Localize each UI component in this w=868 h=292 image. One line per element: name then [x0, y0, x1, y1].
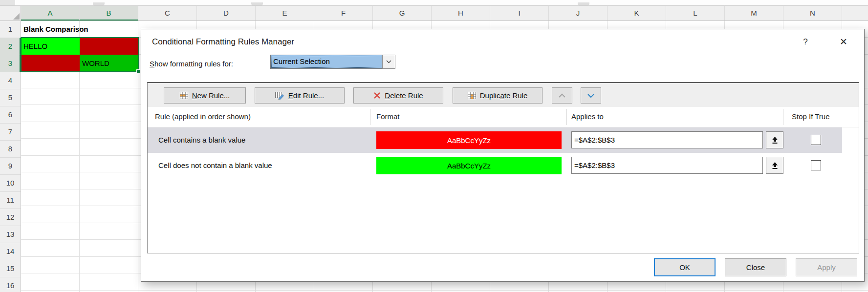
column-header-l[interactable]: L [666, 6, 725, 21]
column-header-a[interactable]: A [21, 6, 80, 21]
row-header-14[interactable]: 14 [0, 243, 21, 260]
rule-2-stop-if-true-checkbox[interactable] [811, 160, 821, 170]
header-separator [566, 109, 567, 125]
row-header-16[interactable]: 16 [0, 277, 21, 292]
row-headers: 12345678910111213141516 [0, 21, 21, 292]
column-header-f[interactable]: F [314, 6, 373, 21]
row-header-13[interactable]: 13 [0, 226, 21, 243]
row-header-7[interactable]: 7 [0, 124, 21, 141]
rule-2-name: Cell does not contain a blank value [158, 153, 272, 178]
show-rules-combobox[interactable]: Current Selection [270, 55, 395, 69]
header-format: Format [376, 112, 400, 121]
ok-button[interactable]: OK [654, 258, 716, 276]
help-button[interactable]: ? [799, 36, 812, 48]
row-header-6[interactable]: 6 [0, 106, 21, 124]
combobox-dropdown-button[interactable] [382, 55, 395, 69]
row-header-8[interactable]: 8 [0, 141, 21, 158]
table-icon [180, 92, 188, 99]
column-header-h[interactable]: H [432, 6, 490, 21]
excel-window: ABCDEFGHIJKLMN 12345678910111213141516 B… [0, 0, 868, 292]
column-header-n[interactable]: N [783, 6, 842, 21]
red-x-icon [373, 92, 381, 99]
apply-button[interactable]: Apply [796, 258, 857, 276]
rule-2-format-sample: AaBbCcYyZz [376, 157, 562, 174]
move-rule-up-button[interactable] [552, 87, 572, 104]
row-header-11[interactable]: 11 [0, 192, 21, 209]
collapse-range-icon [771, 136, 779, 144]
row-header-1[interactable]: 1 [0, 21, 21, 38]
header-rule: Rule (applied in order shown) [155, 112, 251, 121]
select-all-triangle-icon [13, 13, 20, 20]
cell-a1[interactable]: Blank Comparison [21, 21, 88, 38]
select-all-corner[interactable] [0, 6, 21, 21]
table-icon [468, 92, 476, 99]
cell-a2[interactable]: HELLO [21, 38, 80, 55]
close-icon[interactable]: ✕ [836, 35, 851, 49]
column-header-g[interactable]: G [373, 6, 432, 21]
column-header-k[interactable]: K [608, 6, 666, 21]
move-rule-down-button[interactable] [581, 87, 601, 104]
rule-row-1[interactable]: Cell contains a blank value AaBbCcYyZz [148, 127, 842, 153]
rule-1-applies-to-input[interactable] [571, 131, 763, 148]
column-headers: ABCDEFGHIJKLMN [0, 6, 868, 21]
row-header-12[interactable]: 12 [0, 209, 21, 226]
close-button[interactable]: Close [725, 258, 786, 276]
column-header-i[interactable]: I [490, 6, 549, 21]
name-box-remnant [0, 0, 15, 5]
cf-rules-manager-dialog: Conditional Formatting Rules Manager ? ✕… [141, 29, 865, 282]
rule-1-name: Cell contains a blank value [158, 127, 245, 153]
header-applies-to: Applies to [571, 112, 604, 121]
formula-bar-divider [251, 2, 263, 5]
row-header-2[interactable]: 2 [0, 38, 21, 55]
duplicate-rule-label: Duplicate Rule [480, 91, 528, 100]
row-header-4[interactable]: 4 [0, 72, 21, 89]
formula-bar-divider [93, 2, 105, 5]
column-header-e[interactable]: E [256, 6, 314, 21]
rule-2-applies-to-input[interactable] [571, 157, 763, 174]
chevron-up-icon [558, 92, 566, 99]
header-stop-if-true: Stop If True [792, 112, 830, 121]
chevron-down-icon [586, 92, 595, 99]
chevron-down-icon [386, 60, 391, 63]
column-header-d[interactable]: D [197, 6, 256, 21]
rule-1-format-sample: AaBbCcYyZz [376, 131, 562, 149]
header-separator [370, 109, 370, 125]
dialog-title: Conditional Formatting Rules Manager [152, 37, 294, 47]
rules-toolbar: New Rule... Edit Rule... Delete Rul [148, 83, 859, 107]
edit-rule-button[interactable]: Edit Rule... [255, 87, 345, 104]
duplicate-rule-button[interactable]: Duplicate Rule [453, 87, 542, 104]
delete-rule-label: Delete Rule [385, 91, 423, 100]
column-header-b[interactable]: B [80, 6, 138, 21]
header-separator [783, 109, 783, 125]
show-rules-label: Show formatting rules for: [150, 60, 233, 68]
rules-panel: New Rule... Edit Rule... Delete Rul [147, 82, 859, 253]
row-header-15[interactable]: 15 [0, 260, 21, 277]
new-rule-label: New Rule... [192, 91, 230, 100]
formula-bar-divider [578, 2, 589, 5]
rule-2-collapse-dialog-button[interactable] [766, 157, 783, 174]
new-rule-button[interactable]: New Rule... [164, 87, 246, 104]
delete-rule-button[interactable]: Delete Rule [353, 87, 443, 104]
row-header-3[interactable]: 3 [0, 55, 21, 72]
cell-a3[interactable] [21, 55, 80, 72]
fill-handle[interactable] [136, 69, 141, 74]
row-header-9[interactable]: 9 [0, 158, 21, 175]
cell-b3[interactable]: WORLD [80, 55, 138, 72]
column-header-m[interactable]: M [725, 6, 783, 21]
row-header-10[interactable]: 10 [0, 175, 21, 192]
formula-bar-remnant [0, 0, 868, 6]
edit-table-icon [275, 92, 284, 100]
column-header-c[interactable]: C [138, 6, 197, 21]
rule-row-2[interactable]: Cell does not contain a blank value AaBb… [148, 153, 842, 178]
rule-1-stop-if-true-checkbox[interactable] [811, 135, 821, 145]
rule-1-collapse-dialog-button[interactable] [766, 131, 783, 148]
row-header-5[interactable]: 5 [0, 89, 21, 106]
edit-rule-label: Edit Rule... [288, 91, 324, 100]
column-header-j[interactable]: J [549, 6, 608, 21]
combobox-value[interactable]: Current Selection [270, 55, 382, 69]
collapse-range-icon [771, 162, 779, 169]
cell-b2[interactable] [80, 38, 138, 55]
